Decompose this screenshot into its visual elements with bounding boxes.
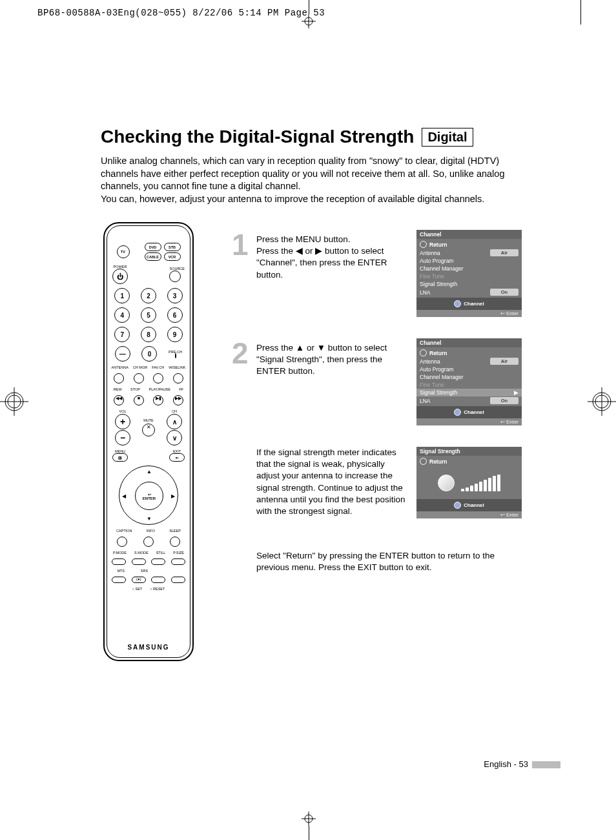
label: ○ SET — [132, 587, 143, 591]
osd-item: LNA — [420, 289, 431, 296]
arrow-right-icon: ▶ — [171, 493, 175, 499]
osd-item: Fine Tune — [420, 382, 444, 388]
label: INFO — [147, 529, 155, 533]
antenna-button — [114, 373, 124, 384]
mute-button: ✕ — [142, 424, 155, 436]
dish-icon — [438, 475, 455, 491]
osd-channel-footer: Channel — [416, 406, 522, 418]
arrow-left-icon: ◀ — [122, 493, 126, 499]
key-4: 4 — [114, 307, 130, 323]
osd-enter-hint: ↩ Enter — [416, 418, 522, 425]
label: SRS — [141, 569, 148, 573]
enter-button: ↩ENTER — [135, 482, 163, 510]
label: EXIT — [169, 449, 185, 453]
osd-item: Channel Manager — [420, 265, 464, 272]
osd-item: Channel Manager — [420, 374, 464, 380]
key-8: 8 — [141, 327, 156, 342]
arrow-down-icon: ▼ — [147, 516, 152, 522]
key-2: 2 — [141, 288, 156, 303]
menu-button: ▥ — [112, 453, 128, 462]
label: S.MODE — [134, 551, 149, 555]
osd-item-selected: Signal Strength — [420, 389, 457, 396]
rew-button: ◀◀ — [114, 395, 124, 405]
registration-mark — [0, 387, 28, 416]
osd-channel-menu-2: Channel Return AntennaAir Auto Program C… — [416, 338, 522, 425]
label: MTS — [117, 569, 125, 573]
key-3: 3 — [167, 288, 183, 303]
crop-mark — [309, 826, 309, 840]
play-button: ▶▮ — [153, 395, 163, 405]
crop-mark — [309, 0, 309, 14]
arrow-up-icon: ▲ — [147, 469, 152, 475]
tv-button: TV — [117, 245, 130, 258]
label: ANTENNA — [112, 365, 128, 369]
key-1: 1 — [114, 288, 130, 303]
print-header: BP68-00588A-03Eng(028~055) 8/22/06 5:14 … — [37, 8, 325, 18]
osd-value: On — [490, 397, 518, 404]
cable-button: CABLE — [145, 252, 161, 261]
page-number: English - 53 — [484, 759, 560, 769]
blank-button — [171, 577, 185, 583]
step-1: 1 Press the MENU button. Press the ◀ or … — [234, 234, 389, 281]
label: REW — [114, 387, 122, 391]
psize-button — [171, 558, 185, 565]
crop-mark — [580, 0, 581, 25]
osd-title: Signal Strength — [416, 447, 522, 456]
source-button — [169, 271, 181, 282]
label: CH — [172, 409, 177, 413]
ch-down: ∨ — [167, 430, 182, 446]
osd-value: Air — [490, 358, 518, 365]
title-text: Checking the Digital-Signal Strength — [101, 127, 414, 147]
label: ○ RESET — [150, 587, 165, 591]
digital-tag: Digital — [422, 128, 473, 147]
label: FAV.CH — [152, 365, 164, 369]
label: MUTE — [143, 418, 154, 422]
page-title: Checking the Digital-Signal Strength Dig… — [101, 127, 473, 147]
step-2: 2 Press the ▲ or ▼ button to select "Sig… — [234, 342, 389, 378]
osd-item: Auto Program — [420, 258, 453, 264]
label: CAPTION — [116, 529, 132, 533]
samsung-logo: SAMSUNG — [110, 644, 187, 651]
label: VOL — [119, 409, 126, 413]
step-text: Press the ▲ or ▼ button to select "Signa… — [256, 342, 389, 378]
osd-channel-menu-1: Channel Return AntennaAir Auto Program C… — [416, 230, 522, 317]
step-text: Press the MENU button. Press the ◀ or ▶ … — [256, 234, 389, 281]
ff-button: ▶▶ — [173, 395, 183, 405]
osd-title: Channel — [416, 230, 522, 239]
power-button: ⏻ — [112, 269, 128, 284]
label: CH MGR — [133, 365, 147, 369]
prech-button — [175, 353, 176, 358]
arrow-right-icon: ▶ — [514, 389, 518, 396]
power-label: POWER — [112, 265, 128, 269]
srs-button: (●) — [132, 577, 146, 583]
key-9: 9 — [167, 327, 183, 342]
ch-up: ∧ — [167, 414, 182, 429]
key-7: 7 — [114, 327, 130, 342]
source-label: SOURCE — [169, 267, 185, 271]
mts-button — [112, 577, 126, 583]
osd-channel-footer: Channel — [416, 298, 522, 310]
label: PLAY/PAUSE — [149, 387, 170, 391]
key-6: 6 — [167, 307, 183, 323]
osd-value: Air — [490, 249, 518, 256]
step-number: 2 — [232, 338, 249, 368]
smode-button — [132, 558, 146, 565]
step-number: 1 — [232, 230, 249, 260]
osd-signal-strength: Signal Strength Return Channel ↩ Enter — [416, 447, 522, 518]
sleep-button — [170, 537, 180, 547]
label: STOP — [130, 387, 140, 391]
registration-mark — [588, 387, 616, 416]
vcr-button: VCR — [164, 252, 181, 261]
osd-item: Signal Strength — [420, 281, 457, 287]
label: STILL — [156, 551, 166, 555]
registration-mark — [302, 812, 316, 826]
osd-item: Antenna — [420, 250, 440, 256]
stop-button: ■ — [134, 395, 144, 405]
dpad: ▲ ▼ ◀ ▶ ↩ENTER — [119, 466, 178, 525]
osd-value: On — [490, 289, 518, 296]
osd-channel-footer: Channel — [416, 499, 522, 511]
dvd-button: DVD — [145, 243, 161, 251]
caption-button — [117, 537, 127, 547]
note-3: If the signal strength meter indicates t… — [256, 447, 408, 517]
label: SLEEP — [169, 529, 181, 533]
